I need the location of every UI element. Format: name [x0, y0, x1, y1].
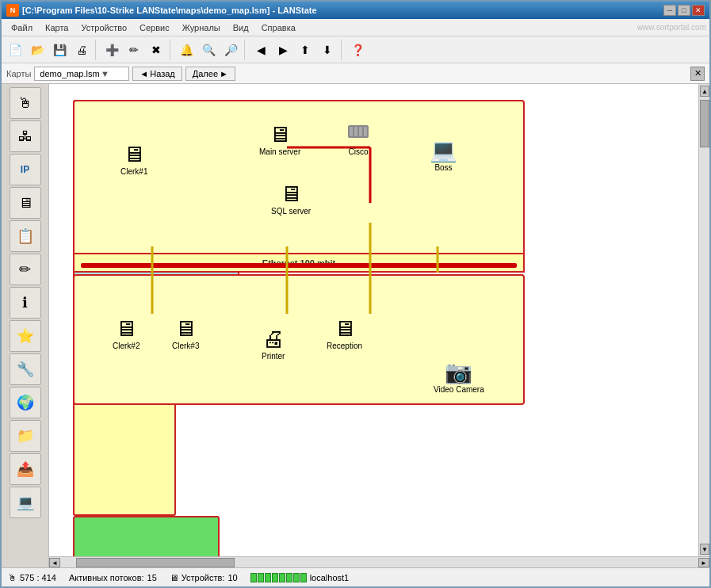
maximize-button[interactable]: □: [678, 5, 690, 16]
svg-rect-12: [359, 127, 362, 136]
tb-add[interactable]: ➕: [101, 40, 122, 60]
sidebar-globe[interactable]: 🌍: [10, 387, 41, 418]
device-clerk2[interactable]: 🖥 Clerk#2: [113, 318, 140, 350]
signal-bar-8: [300, 573, 307, 582]
app-icon: N: [6, 4, 19, 17]
sql-server-label: SQL server: [271, 207, 311, 216]
nav-forward-button[interactable]: Далее ►: [185, 67, 235, 81]
menu-journals[interactable]: Журналы: [176, 21, 227, 34]
map-diagram: Ethernet 100 mbit: [73, 100, 549, 433]
tb-forward[interactable]: ▶: [273, 40, 293, 60]
scrollbar-down-button[interactable]: ▼: [700, 544, 709, 555]
toolbar: 📄 📂 💾 🖨 ➕ ✏ ✖ 🔔 🔍 🔎 ◀ ▶ ⬆ ⬇ ❓: [2, 36, 709, 63]
device-cisco[interactable]: Cisco: [346, 122, 370, 156]
minimize-button[interactable]: ─: [663, 5, 676, 16]
window-title: [C:\Program Files\10-Strike LANState\map…: [22, 6, 663, 15]
sidebar-star[interactable]: ⭐: [10, 320, 41, 352]
devices-section: 🖥 Устройств: 10: [170, 573, 238, 582]
device-clerk1[interactable]: 🖥 Clerk#1: [120, 143, 147, 176]
devices-value: 10: [227, 573, 237, 582]
menu-help[interactable]: Справка: [255, 21, 302, 34]
cursor-section: 🖱 575 : 414: [8, 573, 56, 582]
tb-edit[interactable]: ✏: [124, 40, 144, 60]
tb-scan[interactable]: 🔍: [198, 40, 219, 60]
tb-separator-4: [341, 40, 344, 60]
nav-back-label: Назад: [150, 69, 175, 78]
streams-section: Активных потоков: 15: [69, 573, 157, 582]
map-selector[interactable]: demo_map.lsm ▼: [34, 67, 129, 81]
tb-help[interactable]: ❓: [347, 40, 368, 60]
scrollbar-thumb-v[interactable]: [700, 100, 709, 147]
sidebar-computer[interactable]: 🖥: [10, 187, 41, 219]
sidebar-wrench[interactable]: 🔧: [10, 353, 41, 385]
device-main-server[interactable]: 🖥 Main server: [259, 124, 300, 156]
signal-bar-1: [250, 573, 257, 582]
nav-forward-icon: ►: [220, 69, 228, 78]
device-printer[interactable]: 🖨 Printer: [262, 328, 285, 361]
signal-bar-6: [286, 573, 292, 582]
device-sql-server[interactable]: 🖥 SQL server: [271, 183, 311, 216]
scrollbar-thumb-h[interactable]: [76, 558, 235, 567]
tb-print[interactable]: 🖨: [71, 40, 92, 60]
menu-map[interactable]: Карта: [39, 21, 75, 34]
main-server-label: Main server: [259, 147, 300, 156]
sidebar-folder[interactable]: 📁: [10, 420, 41, 452]
tb-delete[interactable]: ✖: [146, 40, 166, 60]
svg-rect-10: [350, 127, 353, 136]
menu-file[interactable]: Файл: [5, 21, 39, 34]
device-reception[interactable]: 🖥 Reception: [327, 318, 362, 350]
menu-device[interactable]: Устройство: [75, 21, 133, 34]
device-video-camera[interactable]: 📷 Video Camera: [434, 361, 484, 394]
scrollbar-up-button[interactable]: ▲: [700, 86, 709, 97]
statusbar: 🖱 575 : 414 Активных потоков: 15 🖥 Устро…: [2, 567, 709, 586]
menu-view[interactable]: Вид: [227, 21, 255, 34]
printer-icon: 🖨: [262, 328, 285, 350]
clerk3-label: Clerk#3: [172, 342, 199, 350]
sidebar-pointer[interactable]: 🖱: [10, 87, 41, 119]
video-camera-label: Video Camera: [434, 385, 484, 394]
sidebar-network[interactable]: 🖧: [10, 120, 41, 152]
boss-icon: 💻: [430, 139, 457, 162]
sidebar-ip[interactable]: IP: [10, 154, 41, 185]
tb-open[interactable]: 📂: [27, 40, 48, 60]
sidebar-info[interactable]: ℹ: [10, 287, 41, 319]
device-clerk3[interactable]: 🖥 Clerk#3: [172, 318, 199, 350]
tb-alert[interactable]: 🔔: [176, 40, 197, 60]
horizontal-scrollbar[interactable]: ◄ ►: [49, 556, 709, 567]
reception-label: Reception: [327, 342, 362, 350]
tb-separator-2: [170, 40, 173, 60]
scrollbar-right-button[interactable]: ►: [698, 558, 709, 567]
devices-icon: 🖥: [170, 573, 178, 582]
tb-down[interactable]: ⬇: [317, 40, 338, 60]
sidebar: 🖱 🖧 IP 🖥 📋 ✏ ℹ ⭐ 🔧 🌍 📁 📤 💻: [2, 84, 49, 567]
map-dropdown-icon[interactable]: ▼: [100, 69, 111, 78]
watermark: www.sortportal.com: [637, 23, 706, 32]
tb-new[interactable]: 📄: [5, 40, 25, 60]
titlebar: N [C:\Program Files\10-Strike LANState\m…: [2, 2, 709, 19]
host-section: localhost1: [250, 573, 350, 582]
sidebar-copy[interactable]: 📋: [10, 220, 41, 252]
tb-discover[interactable]: 🔎: [220, 40, 241, 60]
tab-close-button[interactable]: ✕: [690, 67, 705, 81]
maps-label: Карты: [6, 69, 31, 78]
sidebar-export[interactable]: 📤: [10, 453, 41, 485]
tb-back[interactable]: ◀: [250, 40, 271, 60]
tb-up[interactable]: ⬆: [295, 40, 315, 60]
svg-rect-13: [364, 127, 367, 136]
vertical-scrollbar[interactable]: ▲ ▼: [698, 84, 709, 556]
map-canvas[interactable]: Ethernet 100 mbit: [49, 84, 698, 556]
scrollbar-left-button[interactable]: ◄: [49, 558, 60, 567]
menubar: Файл Карта Устройство Сервис Журналы Вид…: [2, 19, 709, 36]
sidebar-text[interactable]: ✏: [10, 254, 41, 285]
ethernet-line: [81, 263, 517, 268]
tb-save[interactable]: 💾: [49, 40, 70, 60]
close-button[interactable]: ✕: [692, 5, 705, 16]
menu-service[interactable]: Сервис: [133, 21, 176, 34]
clerk3-icon: 🖥: [174, 318, 197, 340]
nav-back-button[interactable]: ◄ Назад: [132, 67, 182, 81]
sidebar-terminal[interactable]: 💻: [10, 487, 41, 518]
device-boss[interactable]: 💻 Boss: [430, 139, 457, 172]
boss-label: Boss: [434, 163, 452, 172]
map-file-name: demo_map.lsm: [40, 69, 99, 78]
cisco-label: Cisco: [348, 147, 368, 156]
